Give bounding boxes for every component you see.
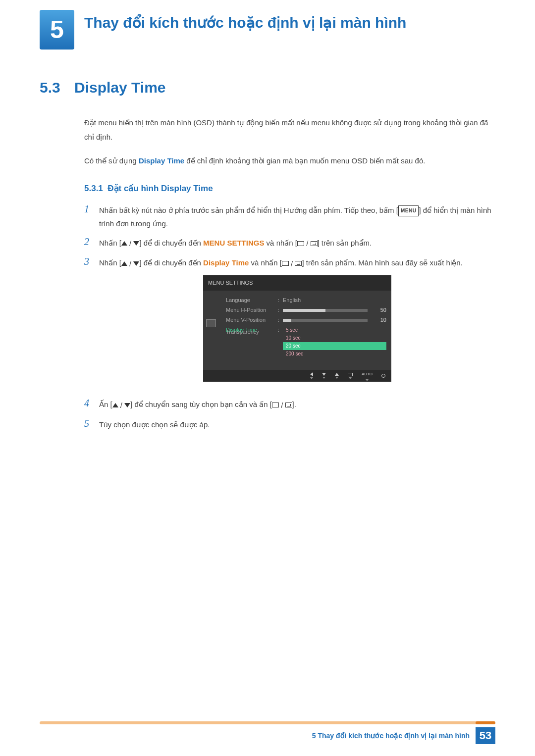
step-4: 4 Ấn [ / ] để chuyển sang tùy chọn bạn c… <box>84 398 495 412</box>
osd-down-icon <box>322 373 326 376</box>
section-paragraph-1: Đặt menu hiển thị trên màn hình (OSD) th… <box>84 116 495 144</box>
osd-category-icon <box>206 319 216 327</box>
select-enter-icon: / <box>282 257 302 270</box>
subsection-heading: 5.3.1 Đặt cấu hình Display Time <box>84 183 495 194</box>
step-number: 1 <box>84 203 99 215</box>
section-number: 5.3 <box>40 79 74 96</box>
chapter-number-badge: 5 <box>40 10 74 50</box>
step-number: 3 <box>84 256 99 267</box>
osd-slider <box>283 319 368 322</box>
osd-slider <box>283 309 368 312</box>
section-title: Display Time <box>74 79 166 96</box>
select-enter-icon: / <box>272 399 292 412</box>
step-2: 2 Nhấn [ / ] để di chuyển đến MENU SETTI… <box>84 236 495 251</box>
osd-footer-buttons: AUTO <box>203 370 391 382</box>
osd-menu-screenshot: MENU SETTINGS Language : English M <box>203 275 391 382</box>
osd-power-icon <box>381 374 385 378</box>
menu-settings-keyword: MENU SETTINGS <box>203 239 264 247</box>
footer-chapter-ref: 5 Thay đổi kích thước hoặc định vị lại m… <box>312 732 470 740</box>
osd-row-language: Language : English <box>226 296 386 305</box>
up-down-arrow-icon: / <box>112 399 131 412</box>
up-down-arrow-icon: / <box>121 257 140 270</box>
footer-page-number: 53 <box>476 727 495 744</box>
chapter-title: Thay đổi kích thước hoặc định vị lại màn… <box>84 10 406 32</box>
chapter-header: 5 Thay đổi kích thước hoặc định vị lại m… <box>0 0 495 50</box>
step-number: 4 <box>84 398 99 409</box>
osd-back-icon <box>310 372 313 376</box>
subsection-number: 5.3.1 <box>84 184 103 193</box>
osd-up-icon <box>335 373 339 376</box>
page-footer: 5 Thay đổi kích thước hoặc định vị lại m… <box>0 721 535 756</box>
osd-select-icon <box>348 373 353 376</box>
select-enter-icon: / <box>297 237 318 250</box>
osd-row-h-position: Menu H-Position : 50 <box>226 305 386 315</box>
footer-decorative-bar <box>40 721 495 724</box>
up-down-arrow-icon: / <box>121 237 140 250</box>
subsection-title: Đặt cấu hình Display Time <box>107 184 213 193</box>
step-5: 5 Tùy chọn được chọn sẽ được áp. <box>84 418 495 431</box>
step-number: 2 <box>84 236 99 248</box>
display-time-keyword: Display Time <box>203 258 249 267</box>
display-time-keyword: Display Time <box>139 156 184 165</box>
step-1: 1 Nhấn bất kỳ nút nào ở phía trước sản p… <box>84 203 495 230</box>
step-number: 5 <box>84 418 99 429</box>
section-paragraph-2: Có thể sử dụng Display Time để chỉ định … <box>84 154 495 168</box>
step-3: 3 Nhấn [ / ] để di chuyển đến Display Ti… <box>84 256 495 392</box>
section-heading: 5.3Display Time <box>40 79 495 96</box>
menu-button-label: MENU <box>398 205 419 216</box>
osd-auto-label: AUTO <box>362 371 373 378</box>
osd-row-v-position: Menu V-Position : 10 <box>226 315 386 325</box>
osd-row-transparency: Transparency <box>226 327 386 337</box>
osd-title: MENU SETTINGS <box>203 275 391 291</box>
